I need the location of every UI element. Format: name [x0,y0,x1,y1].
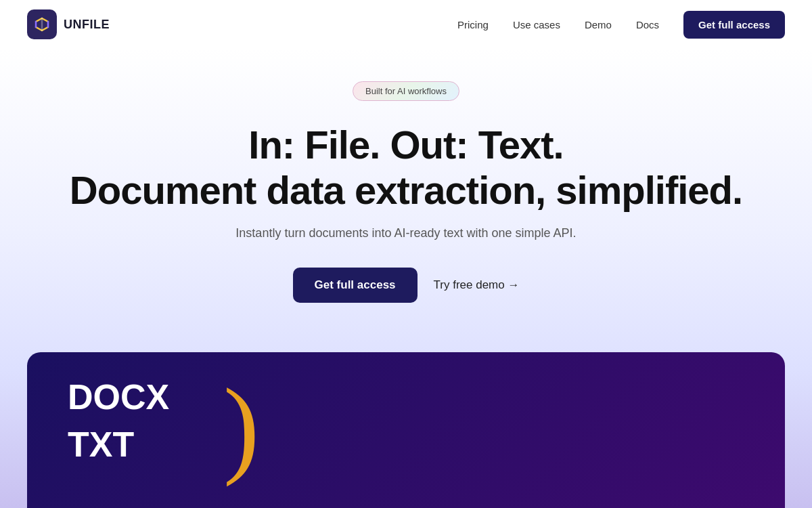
hero-cta-primary[interactable]: Get full access [293,268,418,303]
hero-badge: Built for AI workflows [353,81,459,101]
demo-bracket: ) [223,373,259,481]
hero-headline-line2: Document data extraction, simplified. [70,168,742,212]
hero-headline-line1: In: File. Out: Text. [248,123,563,167]
nav-cta-button[interactable]: Get full access [683,11,785,39]
demo-label-txt: TXT [68,427,169,462]
main-nav: Pricing Use cases Demo Docs Get full acc… [457,11,785,39]
nav-use-cases[interactable]: Use cases [513,19,560,30]
demo-labels: DOCX TXT [68,379,169,462]
hero-subheadline: Instantly turn documents into AI-ready t… [235,226,576,240]
logo-area: UNFILE [27,9,110,39]
logo-icon [27,9,57,39]
hero-section: Built for AI workflows In: File. Out: Te… [0,49,812,508]
logo-text: UNFILE [64,18,110,32]
demo-label-docx: DOCX [68,379,169,415]
hero-headline: In: File. Out: Text. Document data extra… [70,123,742,213]
header: UNFILE Pricing Use cases Demo Docs Get f… [0,0,812,49]
nav-demo[interactable]: Demo [585,19,612,30]
nav-pricing[interactable]: Pricing [457,19,489,30]
demo-card: DOCX TXT ) [27,352,785,508]
hero-cta-secondary[interactable]: Try free demo → [434,278,520,292]
hero-buttons: Get full access Try free demo → [293,268,520,303]
nav-docs[interactable]: Docs [636,19,659,30]
